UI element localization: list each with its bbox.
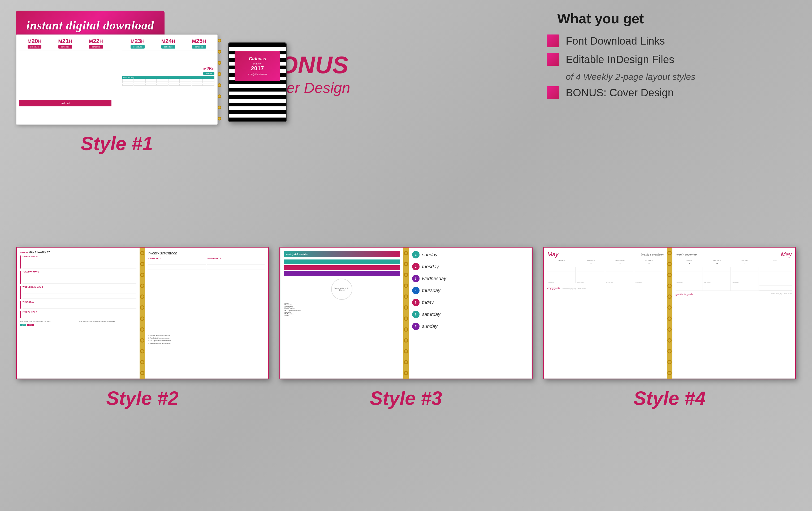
day-wed: M22H schedule [89,38,103,49]
style2-spread: week of MAY 01—MAY 07 MONDAY MAY 1 TUESD… [16,247,269,409]
style3-label: Style #3 [370,387,442,409]
style1-left-lines [19,50,112,98]
style3-right: 1 sunday 2 tuesday 3 wednesday 4 thursda… [409,247,532,379]
style2-friday-col: FRIDAY MAY 5 [148,258,206,332]
cover-stripes: Girlboss Planner 2017 a daily life plann… [229,43,286,121]
banner-text: instant digital download [26,18,154,32]
style4-pages: May twenty seventeen MONDAY TUESDAY WEDN… [543,247,796,380]
style3-day-5: 5 friday [412,299,528,308]
feature-label-3: BONUS: Cover Design [566,87,674,99]
cover-title: Girlboss [242,57,272,61]
style1-planner: M20H schedule M21H schedule M22H schedul… [16,34,218,125]
style1-container: M20H schedule M21H schedule M22H schedul… [16,34,218,154]
feature-item-2: Editable InDesign Files [547,53,785,66]
style2-bottom-blocks: what is one thing I accomplished this we… [20,321,136,322]
feature-label-2: Editable InDesign Files [566,54,674,65]
style3-spread: weekly deliverables Please Write In The … [280,247,532,409]
day-tue: M21H schedule [58,38,72,49]
style4-right: twenty seventeen May FRIDAY SATURDAY SUN… [672,247,795,379]
style4-col-headers-left: MONDAY TUESDAY WEDNESDAY THURSDAY [547,260,664,262]
style2-pages: week of MAY 01—MAY 07 MONDAY MAY 1 TUESD… [16,247,269,380]
style1-day-headers: M20H schedule M21H schedule M22H schedul… [19,38,112,49]
style4-right-month-header: twenty seventeen May [676,251,792,258]
cover-year: 2017 [242,65,272,72]
style4-left: May twenty seventeen MONDAY TUESDAY WEDN… [544,247,667,379]
cover-subtitle: Planner [242,62,272,65]
style4-month-left: May [547,251,558,258]
day-sat: M25H schedule [192,38,206,49]
style2-right-header: twenty seventeen [148,251,265,255]
what-you-get-title: What you get [547,10,785,27]
what-you-get-section: What you get Font Download Links Editabl… [547,10,785,105]
style2-day-tuesday: TUESDAY MAY 2 [20,271,136,283]
style3-left-header: weekly deliverables [284,251,400,258]
cover-label: Girlboss Planner 2017 a daily life plann… [235,51,280,81]
style4-day-nums-right: 5 6 7 [676,263,792,265]
feature-icon-2 [547,53,559,66]
style3-goal-circle: Please Write In The Planet [331,278,352,300]
style3-day-1: 1 sunday [412,251,528,260]
day-mon: M20H schedule [28,38,41,49]
style3-day-7: 7 sunday [412,323,528,332]
feature-label-1: Font Download Links [566,35,665,47]
style4-col-headers-right: FRIDAY SATURDAY SUNDAY to do [676,260,792,262]
style3-checkboxes: □ Goals □ Gratitude □ Challenges □ Habit… [284,302,400,309]
style2-right-days: FRIDAY MAY 5 SUNDAY MAY 7 [148,258,265,332]
day-fri: M24H schedule [161,38,175,49]
bonus-cover-design: Girlboss Planner 2017 a daily life plann… [228,42,287,122]
style1-todo-bar: to do list [19,100,112,107]
style1-right-page: M23H schedule M24H schedule M25H schedul… [120,35,217,124]
style1-habit-grid [122,79,215,86]
feature-item-1: Font Download Links [547,34,785,47]
style3-left: weekly deliverables Please Write In The … [280,247,403,379]
style4-day-cols-right: To Priorities To Priorities To Prioritie… [676,267,792,291]
feature-icon-1 [547,34,559,47]
style2-week-header: week of MAY 01—MAY 07 [20,251,136,254]
style2-left: week of MAY 01—MAY 07 MONDAY MAY 1 TUESD… [17,247,140,379]
style3-day-6: 6 saturday [412,311,528,320]
style3-right-checks: □ MZ Open Classrooms □ Doctors □ To Prio… [284,310,400,316]
style4-day-cols-left: To Priorities To Priorities To Prioritie… [547,267,664,283]
style3-day-2: 2 tuesday [412,263,528,272]
style2-spiral [140,247,145,379]
style2-right: twenty seventeen FRIDAY MAY 5 SUNDAY MAY… [145,247,268,379]
style4-footer-left: enjoygoals Achieve day by day & have fou… [547,283,664,290]
style4-footer-right: gratitude goals Achieve day by & have fo… [676,291,792,296]
style4-day-nums-left: 1 2 3 4 [547,263,664,265]
style2-day-friday: FRIDAY MAY 4 [20,311,136,319]
style1-right-day-headers: M23H schedule M24H schedule M25H schedul… [122,38,215,49]
style2-day-wednesday: WEDNESDAY MAY 3 [20,286,136,299]
style1-sat26-mini: M26H schedule [122,66,215,75]
day-thu: M23H schedule [130,38,144,49]
style4-label: Style #4 [633,387,705,409]
style2-checklist: □ Worked out at least one hour □ Thanked… [148,335,265,344]
style2-mini-cals: MAY JUNE [20,324,136,326]
style3-pages: weekly deliverables Please Write In The … [280,247,532,380]
style4-left-month-header: May twenty seventeen [547,251,664,258]
bottom-styles-row: week of MAY 01—MAY 07 MONDAY MAY 1 TUESD… [0,247,812,409]
style2-day-thursday: THURSDAY [20,301,136,308]
style1-spiral [217,35,222,124]
cover-tagline: a daily life planner [242,73,272,76]
style3-spiral [403,247,409,379]
feature-item-3: BONUS: Cover Design [547,86,785,99]
style1-right-lines-top [122,50,215,66]
feature-italic-label: of 4 Weekly 2-page layout styles [547,72,785,82]
style3-day-3: 3 wednesday [412,275,528,284]
style2-day-monday: MONDAY MAY 1 [20,256,136,269]
style1-left-page: M20H schedule M21H schedule M22H schedul… [17,35,114,124]
style4-spiral [667,247,672,379]
feature-icon-3 [547,86,559,99]
style3-day-4: 4 thursday [412,287,528,296]
style2-sunday-col: SUNDAY MAY 7 [207,258,265,332]
style4-year-left: twenty seventeen [641,253,664,256]
style2-label: Style #2 [107,387,179,409]
style1-habit-header: habit tracking [122,76,215,79]
style4-spread: May twenty seventeen MONDAY TUESDAY WEDN… [543,247,796,409]
style1-label: Style #1 [16,133,218,154]
